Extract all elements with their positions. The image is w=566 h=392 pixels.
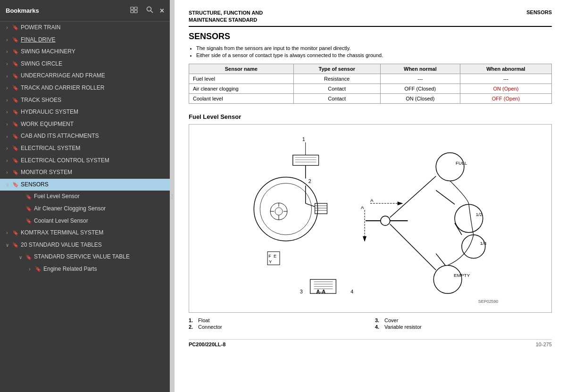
svg-text:3: 3 [300, 289, 303, 294]
footer-page: 10-275 [536, 342, 552, 347]
bookmark-icon: 🔖 [25, 194, 32, 200]
bookmark-item-swing-circle[interactable]: ›🔖SWING CIRCLE [0, 58, 170, 70]
chevron-icon: › [4, 134, 10, 139]
close-panel-button[interactable]: × [160, 7, 164, 15]
svg-text:1: 1 [302, 136, 305, 142]
caption-text: Connector [198, 324, 222, 330]
list-view-button[interactable] [128, 5, 140, 17]
svg-text:FULL: FULL [456, 160, 467, 165]
svg-text:SEP02590: SEP02590 [478, 299, 499, 304]
bookmark-item-undercarriage-frame[interactable]: ›🔖UNDERCARRIAGE AND FRAME [0, 70, 170, 82]
svg-marker-46 [398, 201, 403, 205]
bookmark-label: CAB AND ITS ATTACHMENTS [21, 133, 166, 140]
bookmark-item-electrical-control[interactable]: ›🔖ELECTRICAL CONTROL SYSTEM [0, 155, 170, 167]
bookmarks-header: Bookmarks × [0, 0, 170, 22]
table-cell: Coolant level [189, 93, 294, 103]
table-cell: ON (Closed) [380, 93, 460, 103]
chevron-icon: › [4, 158, 10, 163]
chevron-icon: › [4, 230, 10, 235]
bookmark-item-work-equipment[interactable]: ›🔖WORK EQUIPMENT [0, 118, 170, 131]
header-icons: × [128, 5, 164, 17]
bookmark-item-standard-value-tables[interactable]: ∨🔖20 STANDARD VALUE TABLES [0, 239, 170, 251]
list-icon [130, 6, 138, 14]
svg-rect-23 [315, 203, 327, 214]
table-cell: Air cleaner clogging [189, 83, 294, 93]
chevron-icon: ∨ [4, 242, 10, 248]
bookmark-label: HYDRAULIC SYSTEM [21, 108, 166, 116]
chevron-icon: › [4, 170, 10, 175]
caption-number: 2. [189, 324, 196, 330]
table-cell: ON (Open) [460, 83, 551, 93]
svg-point-52 [436, 153, 464, 181]
table-cell: OFF (Open) [460, 93, 551, 103]
bookmark-item-coolant-level-sensor[interactable]: 🔖Coolant Level Sensor [0, 215, 170, 227]
svg-point-60 [433, 265, 462, 293]
caption-text: Cover [384, 317, 398, 323]
svg-text:Y: Y [269, 259, 272, 264]
bookmark-item-air-cleaner-sensor[interactable]: 🔖Air Cleaner Clogging Sensor [0, 203, 170, 215]
svg-text:1/4: 1/4 [480, 240, 487, 245]
svg-text:1/2: 1/2 [476, 212, 483, 217]
bookmark-item-hydraulic-system[interactable]: ›🔖HYDRAULIC SYSTEM [0, 106, 170, 118]
bookmark-item-power-train[interactable]: ›🔖POWER TRAIN [0, 22, 170, 34]
bullet-list: The signals from the sensors are input t… [196, 45, 552, 58]
bookmark-label: Engine Related Parts [43, 266, 166, 273]
svg-text:F: F [268, 253, 271, 258]
bookmark-item-track-shoes[interactable]: ›🔖TRACK SHOES [0, 94, 170, 107]
caption-number: 3. [375, 317, 383, 323]
chevron-icon: › [4, 74, 10, 79]
bookmark-icon: 🔖 [12, 182, 19, 188]
bookmark-icon: 🔖 [12, 145, 19, 151]
chevron-icon: › [4, 85, 10, 91]
doc-footer: PC200/220LL-8 10-275 [189, 339, 552, 347]
bookmark-item-monitor-system[interactable]: ›🔖MONITOR SYSTEM [0, 167, 170, 179]
bookmark-item-swing-machinery[interactable]: ›🔖SWING MACHINERY [0, 46, 170, 58]
svg-point-15 [254, 177, 317, 241]
bookmark-label: FINAL DRIVE [21, 36, 166, 44]
bookmark-label: MONITOR SYSTEM [21, 169, 166, 176]
svg-point-4 [147, 7, 151, 11]
bookmark-icon: 🔖 [12, 158, 19, 164]
doc-header-left: STRUCTURE, FUNCTION AND MAINTENANCE STAN… [189, 9, 263, 24]
svg-line-56 [436, 190, 455, 204]
bookmark-label: Air Cleaner Clogging Sensor [34, 205, 166, 213]
bookmark-label: STANDARD SERVICE VALUE TABLE [34, 253, 166, 261]
bookmark-icon: 🔖 [25, 206, 32, 212]
table-header: Sensor name [189, 64, 294, 74]
bookmark-item-sensors[interactable]: ∨🔖SENSORS [0, 179, 170, 191]
bookmarks-title: Bookmarks [6, 7, 39, 14]
svg-point-57 [462, 235, 485, 259]
svg-line-62 [436, 253, 445, 265]
bookmark-item-engine-related-parts[interactable]: ›🔖Engine Related Parts [0, 263, 170, 275]
bookmark-item-cab-attachments[interactable]: ›🔖CAB AND ITS ATTACHMENTS [0, 130, 170, 142]
content-panel: STRUCTURE, FUNCTION AND MAINTENANCE STAN… [175, 0, 566, 392]
table-cell: OFF (Closed) [380, 83, 460, 93]
chevron-icon: › [4, 37, 10, 42]
bookmark-label: Fuel Level Sensor [34, 193, 166, 200]
search-bookmark-button[interactable] [144, 5, 156, 17]
panel-resizer[interactable]: ⋮ [170, 0, 175, 392]
bookmark-item-final-drive[interactable]: ›🔖FINAL DRIVE [0, 34, 170, 46]
header-line1: STRUCTURE, FUNCTION AND [189, 9, 263, 17]
bullet-item: Either side of a sensor of contact type … [196, 52, 552, 58]
bookmark-label: SENSORS [21, 181, 166, 189]
bookmark-panel: Bookmarks × ›🔖POWER TRAIN›🔖FINAL DRIVE›🔖… [0, 0, 170, 392]
svg-text:4: 4 [350, 289, 353, 294]
bookmark-item-standard-service-value[interactable]: ∨🔖STANDARD SERVICE VALUE TABLE [0, 251, 170, 263]
table-cell: Resistance [293, 74, 380, 83]
bookmark-item-electrical-system[interactable]: ›🔖ELECTRICAL SYSTEM [0, 142, 170, 155]
table-cell: --- [380, 74, 460, 83]
bookmark-label: Coolant Level Sensor [34, 217, 166, 225]
table-header: When normal [380, 64, 460, 74]
chevron-icon: › [4, 109, 10, 115]
bookmark-item-komtrax[interactable]: ›🔖KOMTRAX TERMINAL SYSTEM [0, 227, 170, 239]
svg-text:A: A [361, 205, 364, 210]
bookmark-icon: 🔖 [35, 266, 42, 272]
bookmark-icon: 🔖 [12, 121, 19, 127]
fuel-sensor-diagram: 1 2 [194, 129, 547, 308]
caption-number: 4. [375, 324, 383, 330]
bookmark-item-track-carrier-roller[interactable]: ›🔖TRACK AND CARRIER ROLLER [0, 82, 170, 94]
chevron-icon: › [26, 267, 33, 272]
bookmark-item-fuel-level-sensor[interactable]: 🔖Fuel Level Sensor [0, 191, 170, 203]
diagram-box: 1 2 [189, 124, 552, 313]
